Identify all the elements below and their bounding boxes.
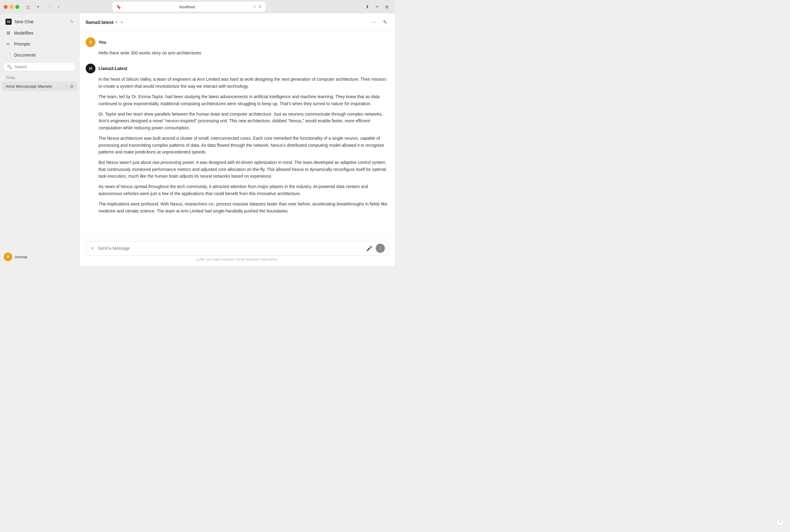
site-icon: 🔖 xyxy=(116,4,121,9)
new-chat-icon-button[interactable]: ✎ xyxy=(381,17,389,27)
input-actions: 🎤 ↑ xyxy=(365,244,385,253)
ollama-logo: OI xyxy=(5,19,12,25)
search-icon: 🔍 xyxy=(7,64,12,69)
user-message-avatar: A xyxy=(86,37,95,47)
chat-input-wrapper: + 🎤 ↑ xyxy=(86,241,389,255)
more-options-button[interactable]: ··· xyxy=(369,17,379,27)
ai-message-paragraph: The team, led by Dr. Emma Taylor, had be… xyxy=(98,93,389,107)
prompts-icon: ✏ xyxy=(5,41,11,47)
app-container: OI New Chat ✎ ⊞ Modelfiles ✏ Prompts 📄 D… xyxy=(0,14,395,266)
sidebar-item-prompts[interactable]: ✏ Prompts xyxy=(2,39,77,49)
user-initial: A xyxy=(7,255,10,259)
ai-message-paragraph: Dr. Taylor and her team drew parallels b… xyxy=(98,111,389,131)
new-chat-left: OI New Chat xyxy=(5,19,33,25)
sidebar: OI New Chat ✎ ⊞ Modelfiles ✏ Prompts 📄 D… xyxy=(0,14,79,266)
browser-controls: ⊏ ▾ xyxy=(24,2,42,11)
chat-history-title: Arms Microscopic Marvels xyxy=(5,84,65,89)
browser-nav-arrows: ‹ › xyxy=(45,2,63,11)
share-button[interactable]: ⬆ xyxy=(363,2,372,11)
url-text: localhost xyxy=(124,5,251,9)
chat-area[interactable]: A You Hello there write 300 words story … xyxy=(79,31,395,238)
minimize-button[interactable] xyxy=(10,5,14,9)
sidebar-toggle-button[interactable]: ⊏ xyxy=(24,2,33,11)
ai-message-paragraph: But Nexus wasn't just about raw processi… xyxy=(98,159,389,179)
model-name: llama3:latest xyxy=(86,20,113,25)
user-sender-name: You xyxy=(98,40,106,45)
ai-message-body: In the heart of Silicon Valley, a team o… xyxy=(86,76,389,214)
disclaimer-text: LLMs can make mistakes. Verify important… xyxy=(86,255,389,261)
browser-titlebar: ⊏ ▾ ‹ › 🔖 localhost ⊡ ↻ ⬆ + ⊞ xyxy=(0,0,395,14)
ai-message-paragraph: The Nexus architecture was built around … xyxy=(98,135,389,155)
user-message-header: A You xyxy=(86,37,389,47)
refresh-icon[interactable]: ↻ xyxy=(259,5,262,9)
more-options-icon[interactable]: ··· xyxy=(65,84,69,89)
new-chat-button[interactable]: OI New Chat ✎ xyxy=(2,16,77,27)
add-attachment-button[interactable]: + xyxy=(90,245,95,252)
sidebar-item-modelfiles[interactable]: ⊞ Modelfiles xyxy=(2,28,77,38)
sidebar-item-label: Documents xyxy=(14,53,36,57)
modelfiles-icon: ⊞ xyxy=(5,30,11,36)
delete-icon[interactable]: 🗑 xyxy=(70,84,74,89)
chat-input[interactable] xyxy=(98,246,362,251)
ai-message-paragraph: In the heart of Silicon Valley, a team o… xyxy=(98,76,389,90)
microphone-button[interactable]: 🎤 xyxy=(365,244,374,253)
sidebar-toggle-chevron[interactable]: ▾ xyxy=(34,2,42,11)
user-avatar-initial: A xyxy=(89,40,92,44)
search-input[interactable] xyxy=(14,64,72,69)
browser-chrome: ⊏ ▾ ‹ › 🔖 localhost ⊡ ↻ ⬆ + ⊞ xyxy=(0,0,395,14)
sidebar-user-section: A Ammar xyxy=(0,250,79,264)
documents-icon: 📄 xyxy=(5,52,11,58)
search-box[interactable]: 🔍 xyxy=(4,62,76,71)
header-actions: ··· ✎ xyxy=(369,17,389,27)
user-message-body: Hello there write 300 words story on arm… xyxy=(86,50,389,56)
ai-message-header: OI Llama3:Latest xyxy=(86,63,389,73)
user-avatar: A xyxy=(4,252,12,261)
edit-icon[interactable]: ✎ xyxy=(70,19,74,24)
add-model-icon[interactable]: + xyxy=(120,20,123,25)
new-chat-label: New Chat xyxy=(15,19,33,24)
maximize-button[interactable] xyxy=(15,5,19,9)
forward-button[interactable]: › xyxy=(54,2,63,11)
chat-input-area: + 🎤 ↑ LLMs can make mistakes. Verify imp… xyxy=(79,238,395,266)
chat-history-item[interactable]: Arms Microscopic Marvels ··· 🗑 xyxy=(2,81,77,91)
address-bar[interactable]: 🔖 localhost ⊡ ↻ xyxy=(113,2,265,12)
reader-icon: ⊡ xyxy=(253,5,256,9)
new-tab-button[interactable]: + xyxy=(373,2,382,11)
send-button[interactable]: ↑ xyxy=(376,244,385,253)
user-message: A You Hello there write 300 words story … xyxy=(86,37,389,56)
ai-message-paragraph: As news of Nexus spread throughout the t… xyxy=(98,183,389,197)
model-chevron-icon: ▾ xyxy=(115,20,117,24)
chat-header: llama3:latest ▾ + ··· ✎ xyxy=(79,14,395,31)
user-name: Ammar xyxy=(15,255,27,259)
ai-sender-name: Llama3:Latest xyxy=(98,66,127,71)
ai-message-avatar: OI xyxy=(86,63,95,73)
today-section-label: Today xyxy=(0,73,79,81)
browser-right-controls: ⬆ + ⊞ xyxy=(363,2,391,11)
sidebar-item-label: Modelfiles xyxy=(14,31,33,36)
traffic-lights xyxy=(4,5,19,9)
tabs-overview-button[interactable]: ⊞ xyxy=(383,2,391,11)
ai-avatar-text: OI xyxy=(89,67,92,70)
close-button[interactable] xyxy=(4,5,8,9)
ai-message-paragraph: The implications were profound. With Nex… xyxy=(98,201,389,214)
back-button[interactable]: ‹ xyxy=(45,2,54,11)
sidebar-item-documents[interactable]: 📄 Documents xyxy=(2,50,77,60)
chat-history-actions: ··· 🗑 xyxy=(65,84,74,89)
user-message-text: Hello there write 300 words story on arm… xyxy=(98,50,389,56)
main-content: llama3:latest ▾ + ··· ✎ A You xyxy=(79,14,395,266)
model-selector[interactable]: llama3:latest ▾ + xyxy=(86,20,123,25)
sidebar-item-label: Prompts xyxy=(14,42,30,46)
ai-message: OI Llama3:Latest In the heart of Silicon… xyxy=(86,63,389,214)
